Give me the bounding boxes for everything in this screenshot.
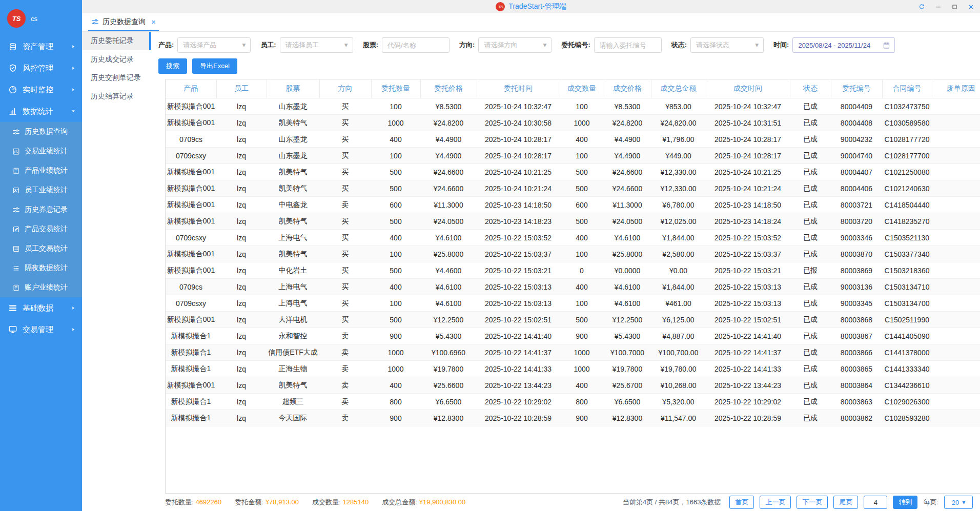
page-number-input[interactable]: [864, 496, 887, 509]
sidebar-item-risk[interactable]: 风控管理: [0, 57, 82, 79]
table-cell: 400: [371, 131, 420, 148]
minimize-icon[interactable]: [930, 0, 946, 13]
table-row[interactable]: 新模拟撮合1lzq正海生物卖1000¥19.78002025-10-22 14:…: [166, 361, 980, 377]
last-page-button[interactable]: 尾页: [833, 496, 858, 509]
sidebar-subitem-product-performance[interactable]: 产品业绩统计: [0, 161, 82, 180]
stock-filter-input[interactable]: [382, 37, 450, 53]
sidebar-item-assets[interactable]: 资产管理: [0, 36, 82, 57]
employee-filter-select[interactable]: 请选择员工▼: [280, 37, 353, 53]
subnav-item-history-trades[interactable]: 历史成交记录: [82, 50, 151, 69]
table-row[interactable]: 新模拟撮合001lzq凯美特气买500¥24.66002025-10-24 10…: [166, 164, 980, 180]
filter-label: 委托编号:: [561, 40, 590, 50]
refresh-icon[interactable]: [913, 0, 930, 13]
summary-stat: 成交总金额:¥19,900,830.00: [382, 498, 465, 507]
table-cell: ¥24.0500: [420, 213, 477, 230]
table-row[interactable]: 新模拟撮合1lzq超频三卖800¥6.65002025-10-22 10:29:…: [166, 394, 980, 410]
table-cell: 80003862: [831, 410, 882, 426]
select-placeholder: 请选择方向: [484, 40, 517, 50]
table-cell: [932, 394, 980, 410]
order-no-filter-input[interactable]: [594, 37, 662, 53]
edit-doc-icon: [12, 226, 20, 233]
tab-history-data-query[interactable]: 历史数据查询 ×: [88, 13, 159, 31]
table-cell: ¥0.00: [651, 262, 706, 279]
table-row[interactable]: 新模拟撮合001lzq凯美特气买500¥24.66002025-10-24 10…: [166, 180, 980, 197]
table-row[interactable]: 0709cslzq山东墨龙买400¥4.49002025-10-24 10:28…: [166, 131, 980, 148]
goto-page-button[interactable]: 转到: [893, 496, 917, 509]
table-cell: 0: [560, 262, 604, 279]
table-cell: 已成: [790, 361, 831, 377]
table-row[interactable]: 新模拟撮合1lzq永和智控卖900¥5.43002025-10-22 14:41…: [166, 328, 980, 344]
export-excel-button[interactable]: 导出Excel: [192, 58, 237, 74]
risk-shield-icon: [8, 64, 17, 73]
table-row[interactable]: 0709csxylzq上海电气买400¥4.61002025-10-22 15:…: [166, 230, 980, 246]
first-page-button[interactable]: 首页: [729, 496, 754, 509]
sidebar-subitem-history-coupon[interactable]: 历史券息记录: [0, 200, 82, 219]
sidebar-item-data-stats[interactable]: 数据统计: [0, 100, 82, 122]
table-row[interactable]: 新模拟撮合001lzq山东墨龙买100¥8.53002025-10-24 10:…: [166, 98, 980, 115]
table-cell: 卖: [319, 410, 371, 426]
tab-label: 历史数据查询: [103, 17, 146, 27]
direction-filter-select[interactable]: 请选择方向▼: [478, 37, 552, 53]
sidebar-subitem-account-performance[interactable]: 账户业绩统计: [0, 278, 82, 297]
status-filter-select[interactable]: 请选择状态▼: [690, 37, 764, 53]
search-button[interactable]: 搜索: [158, 58, 187, 74]
sidebar-item-base-data[interactable]: 基础数据: [0, 297, 82, 319]
table-row[interactable]: 新模拟撮合001lzq凯美特气买500¥24.05002025-10-23 14…: [166, 213, 980, 230]
table-cell: 2025-10-22 15:03:13: [706, 295, 790, 312]
table-row[interactable]: 新模拟撮合1lzq信用债ETF大成卖1000¥100.69602025-10-2…: [166, 344, 980, 361]
sidebar-subitem-trade-performance[interactable]: 交易业绩统计: [0, 141, 82, 161]
titlebar: TS TradeStart-管理端: [82, 0, 980, 13]
table-cell: ¥5,320.00: [651, 394, 706, 410]
maximize-icon[interactable]: [946, 0, 963, 13]
table-cell: 2025-10-22 14:41:40: [706, 328, 790, 344]
table-row[interactable]: 新模拟撮合001lzq大洋电机买500¥12.25002025-10-22 15…: [166, 312, 980, 328]
per-page-label: 每页:: [923, 498, 938, 507]
table-cell: [932, 295, 980, 312]
chevron-right-icon: [71, 66, 76, 71]
table-row[interactable]: 新模拟撮合001lzq中化岩土买500¥4.46002025-10-22 15:…: [166, 262, 980, 279]
time-range-picker[interactable]: 2025/08/24 - 2025/11/24: [792, 37, 895, 53]
table-cell: ¥19.7800: [604, 361, 651, 377]
table-cell: 2025-10-22 15:03:21: [477, 262, 560, 279]
close-icon[interactable]: [963, 0, 979, 13]
sidebar-subitem-employee-trade-stats[interactable]: 员工交易统计: [0, 239, 82, 258]
sidebar-subitem-employee-performance[interactable]: 员工业绩统计: [0, 180, 82, 200]
tab-close-icon[interactable]: ×: [151, 17, 156, 26]
table-cell: ¥1,844.00: [651, 279, 706, 295]
sidebar-item-realtime-monitor[interactable]: 实时监控: [0, 79, 82, 100]
prev-page-button[interactable]: 上一页: [760, 496, 791, 509]
chevron-down-icon: ▼: [755, 43, 759, 48]
table-cell: ¥24.6600: [604, 164, 651, 180]
table-row[interactable]: 0709csxylzq上海电气买100¥4.61002025-10-22 15:…: [166, 295, 980, 312]
table-row[interactable]: 新模拟撮合1lzq今天国际卖900¥12.83002025-10-22 10:2…: [166, 410, 980, 426]
subnav-item-history-delivery[interactable]: 历史交割单记录: [82, 69, 151, 87]
table-cell: 0709cs: [166, 279, 216, 295]
per-page-select[interactable]: 20 ▼: [944, 496, 973, 509]
table-row[interactable]: 0709cslzq上海电气买400¥4.61002025-10-22 15:03…: [166, 279, 980, 295]
next-page-button[interactable]: 下一页: [797, 496, 828, 509]
table-cell: 1000: [371, 115, 420, 131]
column-header: 成交总金额: [651, 79, 706, 98]
sidebar-subitem-label: 员工业绩统计: [25, 186, 68, 195]
table-row[interactable]: 0709csxylzq山东墨龙买100¥4.49002025-10-24 10:…: [166, 148, 980, 164]
sidebar-item-trade-manage[interactable]: 交易管理: [0, 319, 82, 340]
table-cell: lzq: [216, 180, 267, 197]
subnav-item-history-orders[interactable]: 历史委托记录: [82, 32, 151, 50]
table-row[interactable]: 新模拟撮合001lzq凯美特气买100¥25.80002025-10-22 15…: [166, 246, 980, 262]
table-row[interactable]: 新模拟撮合001lzq凯美特气卖400¥25.66002025-10-22 13…: [166, 377, 980, 394]
sidebar-subitem-history-data-query[interactable]: 历史数据查询: [0, 122, 82, 141]
table-cell: 2025-10-24 10:28:17: [477, 131, 560, 148]
table-cell: 买: [319, 98, 371, 115]
table-cell: 80003863: [831, 394, 882, 410]
history-orders-table: 产品员工股票方向委托数量委托价格委托时间成交数量成交价格成交总金额成交时间状态委…: [165, 79, 980, 494]
table-cell: 新模拟撮合001: [166, 98, 216, 115]
sidebar-subitem-product-trade-stats[interactable]: 产品交易统计: [0, 219, 82, 239]
summary-stat: 成交数量:1285140: [312, 498, 369, 507]
table-row[interactable]: 新模拟撮合001lzq中电鑫龙卖600¥11.30002025-10-23 14…: [166, 197, 980, 213]
product-filter-select[interactable]: 请选择产品▼: [177, 37, 251, 53]
subnav-item-history-settlement[interactable]: 历史结算记录: [82, 87, 151, 106]
table-cell: 500: [371, 213, 420, 230]
sidebar-subitem-overnight-stats[interactable]: 隔夜数据统计: [0, 258, 82, 278]
table-row[interactable]: 新模拟撮合001lzq凯美特气买1000¥24.82002025-10-24 1…: [166, 115, 980, 131]
table-cell: 400: [560, 131, 604, 148]
